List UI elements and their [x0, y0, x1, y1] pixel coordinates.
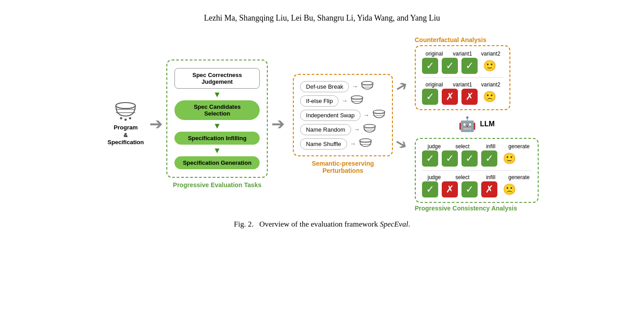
task-step-2: Spec Candidates Selection	[174, 100, 260, 120]
pc-emoji-2: 🙁	[503, 183, 516, 196]
pc-row-group-1: judge select infill generate ✓ ✓ ✓ ✓ 🙂	[422, 143, 531, 167]
pert-arrow-1: →	[352, 83, 358, 90]
caption: Fig. 2. Overview of the evaluation frame…	[234, 220, 410, 229]
pc-h2-j: judge	[422, 174, 447, 180]
task-step-1: Spec Correctness Judgement	[174, 68, 260, 89]
down-arrow-2: ▼	[213, 122, 221, 130]
cf-headers-1: original variant1 variant2	[422, 51, 503, 57]
pc-h1-g: generate	[507, 143, 531, 150]
svg-point-7	[362, 82, 374, 85]
db-icon-1	[361, 80, 374, 93]
main-diagram: Program&Specification ➔ Spec Correctness…	[18, 36, 626, 212]
cf-h1-orig: original	[422, 51, 447, 57]
pc-check-2-4: ✗	[481, 181, 497, 197]
svg-point-0	[116, 103, 135, 108]
pc-check-1-4: ✓	[481, 150, 497, 167]
db-icon-4	[363, 123, 376, 136]
pert-row-4: Name Random →	[300, 123, 385, 136]
cf-h1-v2: variant2	[479, 51, 503, 57]
svg-point-5	[125, 118, 127, 120]
svg-point-13	[373, 110, 385, 114]
svg-point-6	[129, 117, 131, 119]
counterfactual-container: Counterfactual Analysis original variant…	[415, 36, 539, 110]
cf-emoji-1: 🙂	[483, 60, 496, 72]
pert-arrow-4: →	[354, 126, 360, 133]
pert-arrow-5: →	[350, 140, 356, 147]
db-icon-5	[359, 137, 372, 150]
pert-row-1: Def-use Break →	[300, 80, 385, 93]
pc-h1-j: judge	[422, 143, 447, 150]
cf-check-1-3: ✓	[461, 58, 478, 74]
task-step-3: Specification Infilling	[174, 132, 260, 145]
pc-check-2-3: ✓	[461, 181, 478, 197]
cf-check-2-1: ✓	[422, 89, 438, 105]
pc-headers-1: judge select infill generate	[422, 143, 531, 150]
counterfactual-title: Counterfactual Analysis	[415, 36, 487, 43]
counterfactual-box: original variant1 variant2 ✓ ✓ ✓ 🙂	[415, 45, 510, 110]
sem-pres-box: Def-use Break → If-else Flip →	[293, 74, 392, 156]
pert-row-2: If-else Flip →	[300, 94, 385, 107]
db-icon-3	[372, 109, 386, 121]
pc-check-1-3: ✓	[461, 150, 478, 167]
pc-check-2-1: ✓	[422, 181, 438, 197]
pc-h1-i: infill	[479, 143, 503, 150]
cf-check-2-3: ✗	[461, 89, 478, 105]
authors-line: Lezhi Ma, Shangqing Liu, Lei Bu, Shangru…	[204, 13, 440, 23]
pc-checks-1: ✓ ✓ ✓ ✓ 🙂	[422, 150, 531, 167]
task-step-4: Specification Generation	[174, 156, 260, 169]
arrow-up-right: ➔	[392, 76, 411, 97]
prog-consist-label: Progressive Consistency Analysis	[415, 205, 517, 212]
cf-check-2-2: ✗	[442, 89, 458, 105]
pc-h2-i: infill	[479, 174, 503, 180]
arrow-prog-eval: ➔	[149, 116, 163, 132]
prog-consist-box: judge select infill generate ✓ ✓ ✓ ✓ 🙂	[415, 138, 539, 203]
cf-row-group-1: original variant1 variant2 ✓ ✓ ✓ 🙂	[422, 51, 503, 74]
cf-check-1-2: ✓	[442, 58, 458, 74]
prog-eval-box: Spec Correctness Judgement ▼ Spec Candid…	[166, 60, 268, 178]
cf-h1-v1: variant1	[450, 51, 475, 57]
pert-def-use: Def-use Break	[300, 81, 349, 92]
llm-label: LLM	[480, 120, 495, 128]
pc-check-2-2: ✗	[442, 181, 458, 197]
pert-arrow-2: →	[341, 97, 348, 104]
cf-h2-v2: variant2	[479, 82, 503, 88]
pc-h2-s: select	[450, 174, 475, 180]
arrows-split: ➔ ➔	[396, 78, 408, 152]
sem-pres-container: Def-use Break → If-else Flip →	[293, 74, 392, 174]
arrow-sem-pres: ➔	[271, 116, 285, 132]
pc-emoji-1: 🙂	[503, 152, 516, 165]
prog-eval-container: Spec Correctness Judgement ▼ Spec Candid…	[166, 60, 268, 189]
prog-consist-container: judge select infill generate ✓ ✓ ✓ ✓ 🙂	[415, 138, 539, 212]
db-icon-2	[350, 94, 364, 107]
pc-h2-g: generate	[507, 174, 531, 180]
pc-h1-s: select	[450, 143, 475, 150]
svg-point-4	[120, 117, 122, 119]
pert-name-shuffle: Name Shuffle	[300, 138, 347, 150]
sem-pres-label: Semantic-preservingPerturbations	[312, 160, 374, 174]
pert-indep-swap: Independent Swap	[300, 110, 360, 121]
pc-headers-2: judge select infill generate	[422, 174, 531, 180]
pert-row-3: Independent Swap →	[300, 109, 385, 121]
arrow-down-right: ➔	[392, 133, 411, 154]
pc-row-group-2: judge select infill generate ✓ ✗ ✓ ✗ 🙁	[422, 174, 531, 197]
prog-eval-label: Progressive Evaluation Tasks	[173, 181, 261, 189]
cf-emoji-2: 🙁	[483, 90, 496, 103]
pc-check-1-2: ✓	[442, 150, 458, 167]
cf-checks-1: ✓ ✓ ✓ 🙂	[422, 58, 503, 74]
svg-point-10	[352, 96, 363, 99]
program-spec-box: Program&Specification	[105, 102, 146, 147]
llm-section: 🤖 LLM	[415, 116, 539, 133]
pc-check-1-1: ✓	[422, 150, 438, 167]
robot-icon: 🤖	[458, 116, 476, 133]
pert-if-else: If-else Flip	[300, 95, 339, 107]
pert-name-random: Name Random	[300, 124, 351, 135]
cf-h2-orig: original	[422, 82, 447, 88]
cf-headers-2: original variant1 variant2	[422, 82, 503, 88]
program-label: Program&Specification	[108, 124, 144, 147]
svg-point-19	[360, 139, 371, 142]
cf-checks-2: ✓ ✗ ✗ 🙁	[422, 89, 503, 105]
pc-checks-2: ✓ ✗ ✓ ✗ 🙁	[422, 181, 531, 197]
pert-arrow-3: →	[363, 112, 370, 119]
svg-point-16	[364, 124, 375, 128]
cf-h2-v1: variant1	[450, 82, 475, 88]
